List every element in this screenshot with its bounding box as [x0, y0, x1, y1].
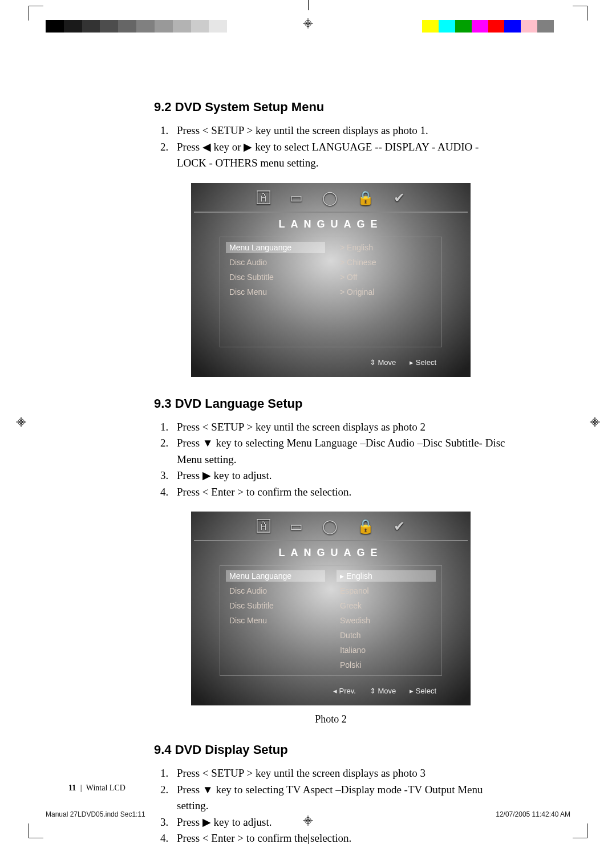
osd-row: Espanol: [340, 586, 432, 595]
color-swatch: [472, 20, 488, 33]
osd-row: Disc Menu: [229, 616, 322, 625]
section-9-4-list: Press < SETUP > key until the screen dis…: [154, 765, 508, 844]
list-item: Press ▶ key to adjust.: [171, 468, 508, 484]
osd-row: Greek: [340, 601, 432, 610]
osd-row: Disc Subtitle: [229, 601, 322, 610]
color-swatch: [173, 20, 191, 33]
osd-row: Italiano: [340, 646, 432, 655]
color-swatch: [191, 20, 209, 33]
osd-hint: ◂ Prev.: [333, 687, 356, 695]
osd-screenshot-photo-1: 🄰 ▭ ◯ 🔒 ✔ LANGUAGE Menu LanguangeDisc Au…: [191, 183, 471, 377]
osd-footer-hints: ⇕ Move▸ Select: [370, 358, 436, 367]
color-swatch: [46, 20, 64, 33]
language-tab-icon: 🄰: [257, 518, 270, 534]
section-9-2-list: Press < SETUP > key until the screen dis…: [154, 123, 508, 172]
osd-row: Swedish: [340, 616, 432, 625]
color-swatch: [521, 20, 537, 33]
indd-timestamp: 12/07/2005 11:42:40 AM: [496, 810, 570, 818]
osd-tab-icons: 🄰 ▭ ◯ 🔒 ✔: [191, 190, 471, 206]
others-tab-icon: ✔: [394, 190, 405, 206]
color-swatch: [118, 20, 136, 33]
color-swatch: [100, 20, 118, 33]
osd-title: LANGUAGE: [191, 218, 471, 230]
osd-title: LANGUAGE: [191, 547, 471, 559]
footer-separator: |: [80, 784, 82, 792]
page-number: 11: [68, 784, 76, 792]
language-tab-icon: 🄰: [257, 190, 270, 206]
indd-filename: Manual 27LDVD05.indd Sec1:11: [46, 810, 145, 818]
osd-row: > English: [340, 243, 432, 252]
osd-footer-hints: ◂ Prev.⇕ Move▸ Select: [333, 687, 436, 695]
osd-row: > Original: [340, 287, 432, 297]
osd-hint: ⇕ Move: [370, 687, 396, 695]
list-item: Press < SETUP > key until the screen dis…: [171, 765, 508, 782]
list-item: Press ▼ key to selecting TV Aspect –Disp…: [171, 782, 508, 814]
color-swatch: [554, 20, 570, 33]
section-heading-9-4: 9.4 DVD Display Setup: [154, 742, 508, 757]
crop-mark: [573, 6, 587, 21]
audio-tab-icon: ◯: [322, 190, 338, 206]
lock-tab-icon: 🔒: [357, 518, 374, 534]
color-swatch: [488, 20, 505, 33]
color-swatch: [82, 20, 100, 33]
osd-row: Menu Languange: [226, 242, 325, 253]
color-swatch: [155, 20, 173, 33]
others-tab-icon: ✔: [394, 518, 405, 534]
osd-row: Disc Audio: [229, 258, 322, 267]
prepress-info-line: Manual 27LDVD05.indd Sec1:11 12/07/2005 …: [46, 810, 570, 818]
footer-label: Wintal LCD: [86, 784, 125, 792]
section-9-3-list: Press < SETUP > key until the screen dis…: [154, 419, 508, 501]
osd-screenshot-photo-2: 🄰 ▭ ◯ 🔒 ✔ LANGUAGE Menu LanguangeDisc Au…: [191, 512, 471, 705]
color-swatch: [209, 20, 227, 33]
osd-row: > Off: [340, 273, 432, 282]
display-tab-icon: ▭: [290, 190, 303, 206]
osd-row: Disc Menu: [229, 287, 322, 297]
list-item: Press < Enter > to confirm the selection…: [171, 484, 508, 501]
list-item: Press < Enter > to confirm the selection…: [171, 830, 508, 844]
osd-row: Dutch: [340, 631, 432, 640]
grayscale-color-bar: [46, 20, 245, 33]
registration-mark-icon: [590, 417, 600, 427]
page-content: 9.2 DVD System Setup Menu Press < SETUP …: [154, 100, 508, 844]
osd-row: Disc Subtitle: [229, 273, 322, 282]
osd-row: > Chinese: [340, 258, 432, 267]
page-footer: 11 | Wintal LCD: [68, 784, 125, 793]
osd-tab-icons: 🄰 ▭ ◯ 🔒 ✔: [191, 518, 471, 534]
section-heading-9-2: 9.2 DVD System Setup Menu: [154, 100, 508, 115]
color-swatch: [537, 20, 554, 33]
crop-mark: [29, 823, 43, 838]
osd-row: Polski: [340, 660, 432, 669]
display-tab-icon: ▭: [290, 518, 303, 534]
audio-tab-icon: ◯: [322, 518, 338, 534]
list-item: Press < SETUP > key until the screen dis…: [171, 123, 508, 139]
osd-hint: ▸ Select: [410, 358, 436, 367]
color-swatch: [227, 20, 245, 33]
color-swatch-bar: [422, 20, 570, 33]
osd-hint: ▸ Select: [410, 687, 436, 695]
crop-mark: [573, 823, 587, 838]
registration-mark-icon: [303, 18, 313, 29]
crop-mark: [29, 6, 43, 21]
list-item: Press ▼ key to selecting Menu Language –…: [171, 435, 508, 468]
color-swatch: [439, 20, 455, 33]
color-swatch: [504, 20, 521, 33]
osd-hint: ⇕ Move: [370, 358, 396, 367]
lock-tab-icon: 🔒: [357, 190, 374, 206]
osd-row: Menu Languange: [226, 570, 325, 582]
registration-mark-icon: [16, 417, 26, 427]
section-heading-9-3: 9.3 DVD Language Setup: [154, 396, 508, 411]
crop-tick: [308, 0, 309, 10]
color-swatch: [136, 20, 155, 33]
osd-row: Disc Audio: [229, 586, 322, 595]
color-swatch: [422, 20, 439, 33]
list-item: Press < SETUP > key until the screen dis…: [171, 419, 508, 436]
osd-row: ▸ English: [337, 570, 436, 582]
list-item: Press ◀ key or ▶ key to select LANGUAGE …: [171, 139, 508, 172]
photo-caption: Photo 2: [154, 713, 508, 725]
color-swatch: [64, 20, 82, 33]
color-swatch: [455, 20, 472, 33]
